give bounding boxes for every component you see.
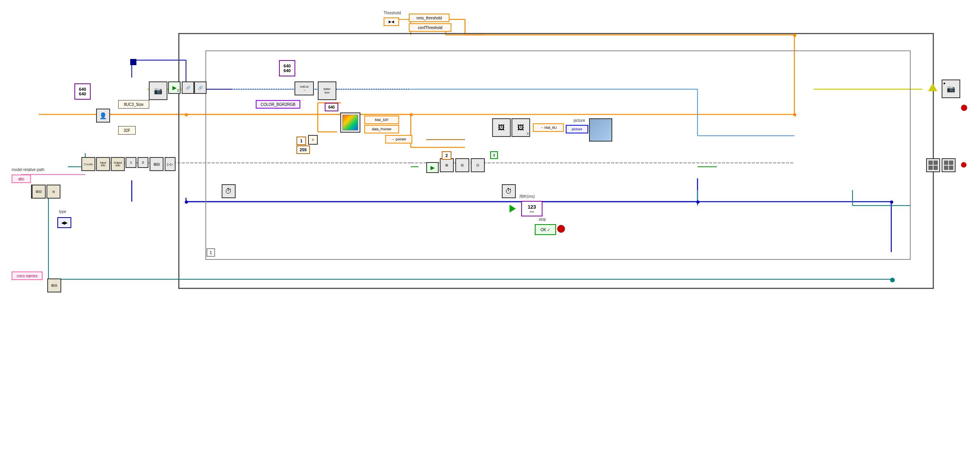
timer-node-right[interactable]: ⏱ — [502, 184, 516, 198]
size-32f-dropdown[interactable]: 32F — [118, 126, 136, 135]
create-node[interactable]: Create — [81, 157, 95, 171]
input-info-node[interactable]: InputInfo — [96, 157, 110, 171]
threshold-node[interactable]: ▶◀ — [384, 17, 399, 26]
picture-display[interactable] — [589, 118, 612, 142]
num-255-display[interactable]: 255 — [296, 145, 310, 154]
red-dot-1[interactable] — [961, 105, 967, 111]
num-1-display[interactable]: 1 — [296, 137, 306, 145]
model-path-label: model relative path — [12, 168, 45, 172]
model-path-node[interactable]: abc — [12, 175, 31, 183]
blue-dot-3 — [890, 201, 893, 204]
blue-dot-1 — [185, 201, 188, 204]
right-block-2[interactable]: ⊟ — [455, 158, 469, 172]
blue-dot-2 — [696, 201, 699, 204]
num-1-right[interactable]: 1 — [490, 151, 498, 159]
frame-index-node: 1 — [207, 248, 215, 257]
yellow-triangle — [928, 83, 937, 91]
far-left-block-2[interactable]: ⊞⊟ — [47, 278, 61, 292]
grid-node-1[interactable] — [926, 158, 940, 172]
size-8uc3-dropdown[interactable]: 8UC3_Size — [118, 100, 149, 109]
classify-node[interactable] — [340, 112, 360, 133]
chain-node-2[interactable]: 🔗 — [194, 81, 207, 94]
image-node-2[interactable]: 🖼 3 — [512, 118, 530, 137]
color-bgr-node[interactable]: COLOR_BGR2RGB — [256, 100, 300, 109]
timer-ms-label: 用时(ms) — [519, 194, 535, 199]
red-dot-2[interactable] — [961, 162, 966, 168]
play-node-right[interactable]: ▶ — [426, 162, 439, 173]
grid-node-2[interactable] — [942, 158, 956, 172]
data-pointer-node[interactable]: data_Pointer — [364, 125, 399, 133]
size-display-center[interactable]: 640 640 — [279, 60, 295, 76]
mat-8u-node[interactable]: → Mat_8U — [533, 123, 564, 132]
conf-threshold-label[interactable]: confThreshold — [409, 23, 451, 32]
stop-label: stop — [539, 217, 546, 221]
play-node[interactable]: ▶ 2 — [168, 81, 181, 94]
right-block-1[interactable]: ⊞ — [440, 158, 454, 172]
small-node-b[interactable]: 0 — [138, 157, 148, 168]
nms-threshold-label[interactable]: nms_threshold — [409, 14, 450, 22]
output-info-node[interactable]: OutputInfo — [111, 157, 125, 171]
image-node-1[interactable]: 🖼 — [492, 118, 511, 137]
user-icon-node[interactable]: 👤 — [96, 109, 110, 123]
orange-dot-1 — [185, 113, 188, 116]
num-2-display[interactable]: 2 — [442, 151, 451, 160]
orange-dot-3 — [793, 113, 796, 116]
blue-square-indicator — [130, 59, 136, 65]
teal-dot-bottom — [890, 278, 895, 282]
letter-box-node[interactable]: letterbox — [318, 81, 336, 100]
picture-node[interactable]: picture — [566, 125, 588, 133]
coco-names-node[interactable]: coco.names — [12, 271, 43, 280]
small-node-a[interactable]: 1 — [126, 157, 136, 168]
cvtcol-node[interactable]: cvtCol → — [295, 81, 314, 95]
stop-red-dot[interactable] — [557, 225, 565, 233]
mat-32f-node[interactable]: Mat_32F — [364, 116, 399, 124]
far-left-block-1[interactable]: ⊞⊟ — [32, 185, 46, 199]
small-node-c[interactable]: ⊞⊟ — [150, 157, 164, 171]
timer-ms-display[interactable]: 123 ms — [521, 201, 543, 216]
stop-button[interactable]: OK ✓ — [535, 224, 556, 235]
camera-node-right[interactable]: 📷 ● — [942, 80, 960, 98]
small-node-d[interactable]: ▷▷ — [165, 157, 176, 171]
orange-dot-4 — [793, 34, 796, 37]
timer-node-left[interactable]: ⏱ — [222, 184, 236, 198]
pointer-node[interactable]: → pointer — [385, 135, 412, 144]
small-block-2[interactable]: ⊟ — [47, 185, 60, 199]
threshold-label: Threshold — [384, 11, 401, 15]
size-display-left[interactable]: 640 640 — [74, 83, 91, 100]
chain-node-1[interactable]: 🔗 — [182, 81, 194, 94]
size-640-small[interactable]: 640 — [325, 103, 338, 111]
canvas: 1 type ◀▶ model relative path abc coco.n… — [0, 0, 980, 453]
divide-node[interactable]: ÷ — [308, 135, 318, 145]
timer-output-triangle — [510, 205, 516, 213]
right-block-3[interactable]: ⊡ — [471, 158, 485, 172]
type-node[interactable]: ◀▶ — [57, 217, 71, 228]
camera-node[interactable]: 📷 — [149, 81, 167, 100]
type-label: type — [59, 209, 66, 214]
picture-label-text: picture — [574, 118, 585, 123]
orange-dot-2 — [410, 113, 413, 116]
